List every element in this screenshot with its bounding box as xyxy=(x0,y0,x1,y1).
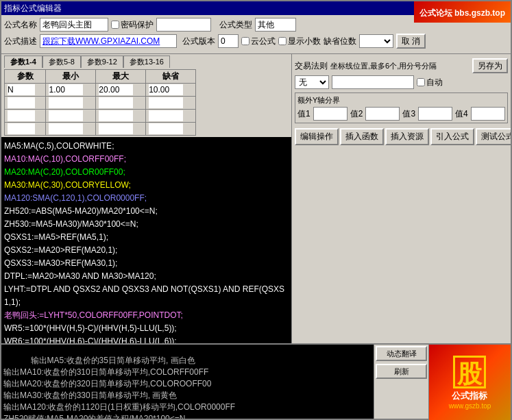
param-row-1 xyxy=(5,84,196,97)
bottom-right-panel: 动态翻译 刷新 xyxy=(374,345,428,419)
watermark-text: 公式论坛 bbs.gszb.top xyxy=(419,8,505,18)
param3-min[interactable] xyxy=(49,110,83,121)
coord-input[interactable] xyxy=(332,75,414,89)
col-min: 最小 xyxy=(46,70,96,84)
param1-name[interactable] xyxy=(8,84,35,95)
coord-label: 坐标线位置,最多6个,用分号分隔 xyxy=(330,61,437,71)
val1-label: 值1 xyxy=(297,108,310,120)
logo-text: 公式指标 xyxy=(449,390,491,402)
line-select[interactable]: 无 xyxy=(295,75,329,89)
val3-label: 值3 xyxy=(402,108,415,120)
axis-section: 额外Y轴分界 值1 值2 值3 值4 xyxy=(295,92,508,123)
val2-input[interactable] xyxy=(365,107,400,121)
desc-input[interactable] xyxy=(40,34,177,48)
name-input[interactable] xyxy=(40,18,108,32)
test-btn[interactable]: 测试公式 xyxy=(476,128,511,145)
param3-default[interactable] xyxy=(149,110,183,121)
param2-max[interactable] xyxy=(99,97,133,108)
col-max: 最大 xyxy=(96,70,146,84)
missing-label: 缺省位数 xyxy=(324,36,356,47)
exchange-row: 交易法则 坐标线位置,最多6个,用分号分隔 另存为 xyxy=(295,58,508,73)
saveas-button[interactable]: 另存为 xyxy=(472,58,508,73)
exchange-label: 交易法则 xyxy=(295,60,328,72)
import-btn[interactable]: 引入公式 xyxy=(430,128,474,145)
version-input[interactable] xyxy=(218,34,239,48)
val2-label: 值2 xyxy=(350,108,363,120)
auto-checkbox[interactable] xyxy=(417,78,425,86)
val3-input[interactable] xyxy=(418,107,452,121)
logo-content: 股 公式指标 www.gszb.top xyxy=(449,356,491,410)
code-text[interactable]: MA5:MA(C,5),COLORWHITE; MA10:MA(C,10),CO… xyxy=(1,137,291,343)
param-row-2 xyxy=(5,97,196,110)
cloud-checkbox[interactable] xyxy=(241,37,249,45)
watermark: 公式论坛 bbs.gszb.top xyxy=(414,1,511,23)
val4-input[interactable] xyxy=(471,107,505,121)
cancel-button[interactable]: 取 消 xyxy=(396,34,426,49)
param3-name[interactable] xyxy=(8,110,35,121)
axis-title: 额外Y轴分界 xyxy=(297,95,505,106)
col-default: 缺省 xyxy=(146,70,196,84)
params-table: 参数 最小 最大 缺省 xyxy=(4,69,196,136)
name-label: 公式名称 xyxy=(4,19,37,31)
insert-res-btn[interactable]: 插入资源 xyxy=(385,128,429,145)
code-content[interactable]: MA5:MA(C,5),COLORWHITE; MA10:MA(C,10),CO… xyxy=(1,137,291,343)
param4-default[interactable] xyxy=(149,123,183,134)
main-content: 参数1-4 参数5-8 参数9-12 参数13-16 参数 最小 最大 缺省 xyxy=(1,54,511,343)
param3-max[interactable] xyxy=(99,110,133,121)
right-panel: 交易法则 坐标线位置,最多6个,用分号分隔 另存为 无 自动 额外Y轴分界 xyxy=(291,54,511,343)
output-line-1: 输出MA5:收盘价的35日简单移动平均, 画白色 输出MA10:收盘价的310日… xyxy=(3,356,235,419)
axis-row: 值1 值2 值3 值4 xyxy=(297,107,505,121)
val4-label: 值4 xyxy=(455,108,468,120)
tab-params-13-16[interactable]: 参数13-16 xyxy=(123,55,170,68)
param1-default[interactable] xyxy=(149,84,183,95)
param4-name[interactable] xyxy=(8,123,35,134)
type-label: 公式类型 xyxy=(219,19,252,31)
password-input[interactable] xyxy=(156,18,211,32)
params-section: 参数1-4 参数5-8 参数9-12 参数13-16 参数 最小 最大 缺省 xyxy=(1,54,291,137)
logo-area: 股 公式指标 www.gszb.top xyxy=(428,345,511,420)
param1-min[interactable] xyxy=(49,84,83,95)
toolbar-row: 编辑操作 插入函数 插入资源 引入公式 测试公式 xyxy=(295,128,508,145)
line-auto-row: 无 自动 xyxy=(295,75,508,89)
show-label: 显示小数 xyxy=(278,36,321,47)
col-param: 参数 xyxy=(5,70,46,84)
left-section: 参数1-4 参数5-8 参数9-12 参数13-16 参数 最小 最大 缺省 xyxy=(1,54,291,343)
insert-func-btn[interactable]: 插入函数 xyxy=(340,128,384,145)
val1-input[interactable] xyxy=(313,107,348,121)
logo-char: 股 xyxy=(453,356,486,388)
output-panel: 输出MA5:收盘价的35日简单移动平均, 画白色 输出MA10:收盘价的310日… xyxy=(1,345,374,419)
refresh-btn[interactable]: 刷新 xyxy=(376,364,427,379)
edit-btn[interactable]: 编辑操作 xyxy=(295,128,339,145)
param1-max[interactable] xyxy=(99,84,133,95)
tab-params-1-4[interactable]: 参数1-4 xyxy=(4,55,42,68)
param2-min[interactable] xyxy=(49,97,83,108)
params-tabs: 参数1-4 参数5-8 参数9-12 参数13-16 xyxy=(4,55,289,68)
auto-label: 自动 xyxy=(417,77,443,88)
show-checkbox[interactable] xyxy=(278,37,287,45)
main-window: 指标公式编辑器 公式论坛 bbs.gszb.top 公式名称 密码保护 公式类型… xyxy=(0,0,512,420)
bottom-area: 输出MA5:收盘价的35日简单移动平均, 画白色 输出MA10:收盘价的310日… xyxy=(1,343,511,419)
form-row-2: 公式描述 公式版本 云公式 显示小数 缺省位数 取 消 xyxy=(4,34,508,49)
password-checkbox[interactable] xyxy=(111,21,119,29)
logo-url: www.gszb.top xyxy=(449,402,491,410)
param4-min[interactable] xyxy=(49,123,83,134)
code-editor[interactable]: MA5:MA(C,5),COLORWHITE; MA10:MA(C,10),CO… xyxy=(1,137,291,343)
dynamic-translate-btn[interactable]: 动态翻译 xyxy=(376,346,427,361)
window-title: 指标公式编辑器 xyxy=(4,3,62,14)
param-row-4 xyxy=(5,123,196,136)
desc-label: 公式描述 xyxy=(4,36,37,47)
cloud-label: 云公式 xyxy=(241,36,276,47)
param4-max[interactable] xyxy=(99,123,133,134)
tab-params-5-8[interactable]: 参数5-8 xyxy=(42,55,81,68)
password-checkbox-label: 密码保护 xyxy=(111,19,154,31)
param2-default[interactable] xyxy=(149,97,183,108)
type-input[interactable] xyxy=(255,18,296,32)
param2-name[interactable] xyxy=(8,97,35,108)
param-row-3 xyxy=(5,110,196,123)
tab-params-9-12[interactable]: 参数9-12 xyxy=(81,55,123,68)
password-label: 密码保护 xyxy=(121,19,154,31)
missing-select[interactable] xyxy=(359,34,393,48)
version-label: 公式版本 xyxy=(182,36,215,47)
